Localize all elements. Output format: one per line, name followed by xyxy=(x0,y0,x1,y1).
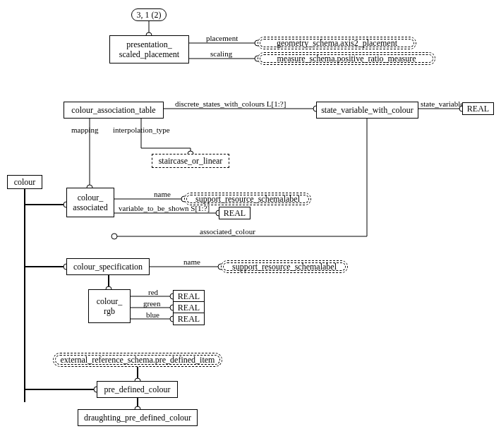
colour-rgb-entity: colour_ rgb xyxy=(88,289,131,323)
draughting-pre-defined-colour-entity: draughting_pre_defined_colour xyxy=(78,409,198,426)
colour-associated-entity: colour_ associated xyxy=(66,188,114,217)
geometry-axis2-placement-ref: geometry_schema.axis2_placement xyxy=(258,37,416,49)
staircase-or-linear-type: staircase_or_linear xyxy=(152,154,229,168)
blue-label: blue xyxy=(146,310,159,319)
discrete-states-label: discrete_states_with_colours L[1:?] xyxy=(175,99,286,108)
real-type-blue: REAL xyxy=(173,313,205,325)
associated-colour-label: associated_colour xyxy=(200,227,255,236)
mapping-label: mapping xyxy=(71,126,99,134)
colour-specification-entity: colour_specification xyxy=(66,258,150,275)
scaling-label: scaling xyxy=(210,49,232,58)
red-label: red xyxy=(148,288,158,296)
pre-defined-colour-entity: pre_defined_colour xyxy=(97,381,178,398)
measure-positive-ratio-ref: measure_schema.positive_ratio_measure xyxy=(258,52,435,65)
colour-entity: colour xyxy=(7,175,42,189)
interpolation-type-label: interpolation_type xyxy=(113,126,170,134)
colour-association-table-entity: colour_association_table xyxy=(64,102,164,119)
state-variable-label: state_variable xyxy=(421,99,464,108)
presentation-scaled-placement-entity: presentation_ scaled_placement xyxy=(109,35,189,63)
green-label: green xyxy=(143,299,160,308)
placement-label: placement xyxy=(206,34,238,42)
real-type-1: REAL xyxy=(462,102,494,115)
support-resource-label-ref-2: support_resource_schemalabel xyxy=(221,260,348,273)
variable-to-be-shown-label: variable_to_be_shown S[1:?] xyxy=(119,204,210,212)
svg-point-20 xyxy=(111,234,117,239)
name-label-1: name xyxy=(154,190,171,198)
real-type-2: REAL xyxy=(219,207,250,219)
diagram-connectors xyxy=(0,0,501,448)
name-label-2: name xyxy=(183,258,200,266)
external-ref-pre-defined-item-ref: external_reference_schema.pre_defined_it… xyxy=(53,353,222,367)
state-variable-with-colour-entity: state_variable_with_colour xyxy=(316,102,418,119)
page-ref-node: 3, 1 (2) xyxy=(131,8,167,21)
